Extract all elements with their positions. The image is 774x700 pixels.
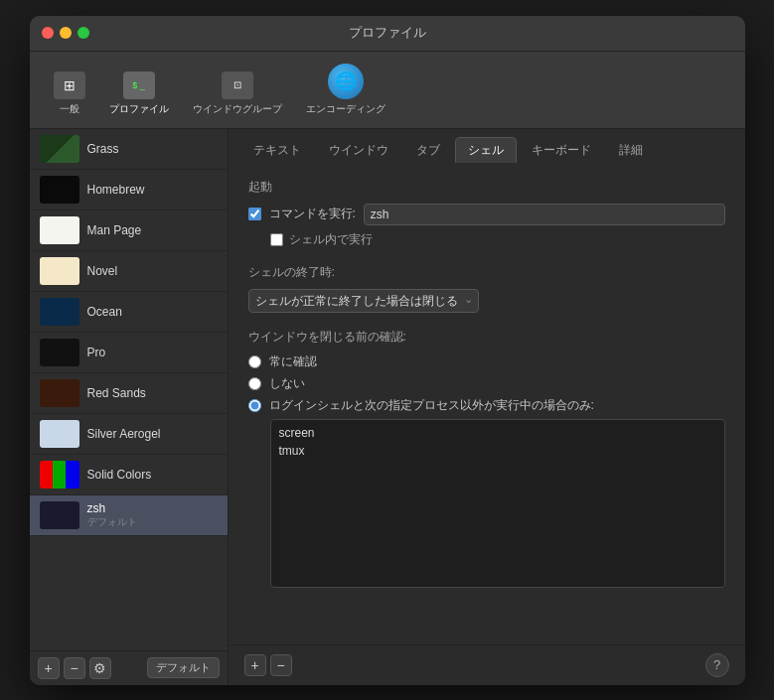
- window-title: プロファイル: [349, 24, 426, 42]
- list-item[interactable]: Ocean: [30, 292, 228, 333]
- maximize-button[interactable]: [77, 27, 89, 39]
- list-item[interactable]: Novel: [30, 251, 228, 292]
- close-confirm-label: ウインドウを閉じる前の確認:: [248, 329, 725, 346]
- radio-never[interactable]: [248, 377, 261, 390]
- main-content: Grass Homebrew Man Page Novel Ocean: [30, 129, 745, 685]
- run-command-row: コマンドを実行:: [248, 204, 725, 225]
- on-exit-section: シェルの終了時: シェルが正常に終了した場合は閉じる ウインドウを閉じる 何もし…: [248, 264, 725, 313]
- panel-content: 起動 コマンドを実行: シェル内で実行 シェルの終: [229, 163, 745, 644]
- profile-thumb-novel: [40, 257, 79, 285]
- tab-shell[interactable]: シェル: [455, 137, 517, 163]
- list-item[interactable]: Pro: [30, 333, 228, 373]
- profile-name: Solid Colors: [87, 468, 152, 482]
- tab-bar: テキスト ウインドウ タブ シェル キーボード 詳細: [229, 129, 745, 163]
- list-item: screen: [275, 424, 720, 442]
- profile-name: Grass: [87, 142, 119, 156]
- toolbar-general-label: 一般: [60, 102, 79, 116]
- profile-thumb-manpage: [40, 216, 79, 244]
- globe-icon: 🌐: [328, 64, 364, 99]
- on-exit-label: シェルの終了時:: [248, 264, 725, 281]
- toolbar-encoding-label: エンコーディング: [306, 102, 386, 116]
- toolbar-window-groups-label: ウインドウグループ: [193, 102, 282, 116]
- radio-always-label: 常に確認: [269, 353, 317, 370]
- run-command-input[interactable]: [364, 204, 725, 225]
- close-button[interactable]: [42, 27, 54, 39]
- radio-conditional-row: ログインシェルと次の指定プロセス以外が実行中の場合のみ:: [248, 397, 725, 414]
- radio-always-row: 常に確認: [248, 353, 725, 370]
- traffic-lights: [42, 27, 89, 39]
- profile-thumb-redsands: [40, 379, 79, 407]
- main-window: プロファイル ⊞ 一般 $ _ プロファイル ⊡ ウインドウグループ 🌐 エンコ…: [30, 16, 745, 685]
- profile-name: Novel: [87, 264, 118, 278]
- toolbar-general[interactable]: ⊞ 一般: [46, 68, 93, 120]
- profile-list: Grass Homebrew Man Page Novel Ocean: [30, 129, 228, 650]
- run-command-checkbox[interactable]: [248, 208, 261, 220]
- profile-thumb-silveraerogel: [40, 420, 79, 448]
- list-item[interactable]: zsh デフォルト: [30, 495, 228, 536]
- toolbar-profiles[interactable]: $ _ プロファイル: [101, 68, 177, 120]
- toolbar: ⊞ 一般 $ _ プロファイル ⊡ ウインドウグループ 🌐 エンコーディング: [30, 52, 745, 129]
- minimize-button[interactable]: [60, 27, 72, 39]
- tab-keyboard[interactable]: キーボード: [519, 137, 604, 163]
- right-panel: テキスト ウインドウ タブ シェル キーボード 詳細 起動 コマンドを実行:: [229, 129, 745, 685]
- profile-name: Red Sands: [87, 386, 146, 400]
- titlebar: プロファイル: [30, 16, 745, 52]
- radio-conditional[interactable]: [248, 399, 261, 412]
- window-groups-icon: ⊡: [222, 71, 253, 99]
- run-in-shell-checkbox[interactable]: [270, 233, 283, 246]
- profile-name: Man Page: [87, 223, 142, 237]
- toolbar-encoding[interactable]: 🌐 エンコーディング: [298, 60, 393, 120]
- toolbar-profiles-label: プロファイル: [109, 102, 169, 116]
- run-in-shell-label: シェル内で実行: [289, 231, 373, 248]
- tab-advanced[interactable]: 詳細: [606, 137, 656, 163]
- radio-conditional-label: ログインシェルと次の指定プロセス以外が実行中の場合のみ:: [269, 397, 594, 414]
- list-item: tmux: [275, 442, 720, 460]
- help-button[interactable]: ?: [705, 653, 729, 677]
- list-item[interactable]: Man Page: [30, 210, 228, 251]
- profiles-icon: $ _: [123, 71, 155, 99]
- toolbar-window-groups[interactable]: ⊡ ウインドウグループ: [185, 68, 290, 120]
- profile-thumb-zsh: [40, 501, 79, 529]
- radio-never-label: しない: [269, 375, 305, 392]
- profile-thumb-grass: [40, 135, 79, 163]
- default-button[interactable]: デフォルト: [147, 657, 220, 678]
- profile-thumb-solidcolors: [40, 461, 79, 489]
- process-list: screen tmux: [270, 419, 725, 588]
- profile-subname: デフォルト: [87, 515, 137, 529]
- profile-thumb-homebrew: [40, 176, 79, 204]
- tab-text[interactable]: テキスト: [240, 137, 314, 163]
- radio-never-row: しない: [248, 375, 725, 392]
- list-item[interactable]: Homebrew: [30, 170, 228, 210]
- panel-footer: + − ?: [229, 644, 745, 685]
- profile-name: zsh: [87, 501, 137, 515]
- list-item[interactable]: Red Sands: [30, 373, 228, 414]
- profile-name: Silver Aerogel: [87, 427, 161, 441]
- radio-always[interactable]: [248, 355, 261, 368]
- add-profile-button[interactable]: +: [38, 657, 60, 679]
- profile-name: Ocean: [87, 305, 122, 319]
- list-item[interactable]: Silver Aerogel: [30, 414, 228, 455]
- profile-thumb-pro: [40, 339, 79, 366]
- remove-profile-button[interactable]: −: [64, 657, 85, 679]
- on-exit-dropdown-wrap: シェルが正常に終了した場合は閉じる ウインドウを閉じる 何もしない: [248, 289, 479, 313]
- on-exit-dropdown[interactable]: シェルが正常に終了した場合は閉じる ウインドウを閉じる 何もしない: [248, 289, 479, 313]
- tab-tab[interactable]: タブ: [403, 137, 453, 163]
- profile-thumb-ocean: [40, 298, 79, 326]
- profile-name: Homebrew: [87, 183, 145, 197]
- run-in-shell-row: シェル内で実行: [270, 231, 725, 248]
- list-item[interactable]: Solid Colors: [30, 455, 228, 495]
- profile-name: Pro: [87, 346, 106, 359]
- run-command-label: コマンドを実行:: [269, 206, 356, 222]
- footer-left: + −: [244, 654, 292, 676]
- startup-section: 起動 コマンドを実行: シェル内で実行: [248, 179, 725, 248]
- add-process-button[interactable]: +: [244, 654, 266, 676]
- sidebar-footer: + − ⚙ デフォルト: [30, 650, 228, 685]
- list-item[interactable]: Grass: [30, 129, 228, 170]
- gear-button[interactable]: ⚙: [89, 657, 111, 679]
- general-icon: ⊞: [54, 71, 85, 99]
- tab-window[interactable]: ウインドウ: [316, 137, 401, 163]
- startup-label: 起動: [248, 179, 725, 196]
- close-confirm-section: ウインドウを閉じる前の確認: 常に確認 しない ログインシェルと次の指定プロセス…: [248, 329, 725, 588]
- remove-process-button[interactable]: −: [270, 654, 292, 676]
- sidebar: Grass Homebrew Man Page Novel Ocean: [30, 129, 229, 685]
